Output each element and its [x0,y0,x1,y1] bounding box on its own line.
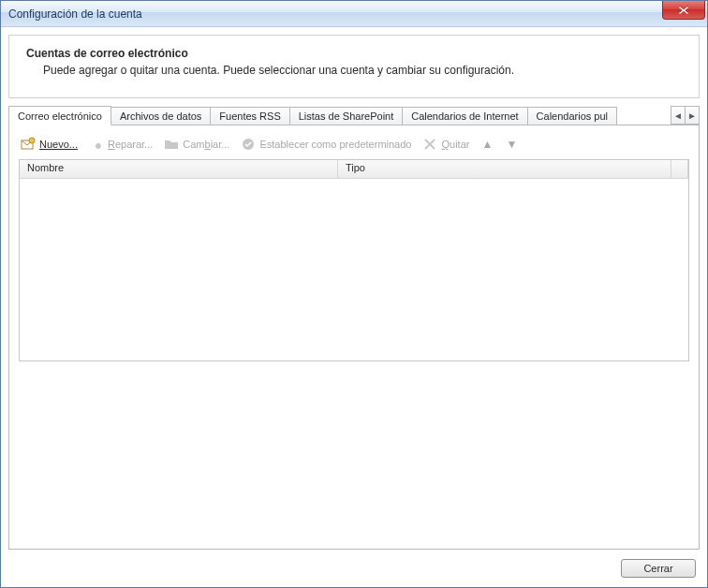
repair-button: Reparar... [89,137,153,152]
window-title: Configuración de la cuenta [8,7,142,21]
new-account-button[interactable]: Nuevo... [21,137,78,152]
tab-correo-electronico[interactable]: Correo electrónico [8,106,111,125]
tab-scroll-left-button[interactable]: ◄ [671,106,686,125]
list-body [20,179,688,360]
arrow-down-icon: ▼ [506,138,517,151]
list-header: Nombre Tipo [20,160,688,179]
tab-listas-sharepoint[interactable]: Listas de SharePoint [289,107,404,125]
move-down-button: ▼ [505,138,518,151]
tabs-row: Correo electrónico Archivos de datos Fue… [8,104,700,125]
header-panel: Cuentas de correo electrónico Puede agre… [8,35,700,98]
tab-calendarios-internet[interactable]: Calendarios de Internet [402,107,527,125]
change-button: Cambiar... [164,137,229,152]
content-area: Cuentas de correo electrónico Puede agre… [1,27,707,587]
change-label: Cambiar... [183,139,229,150]
wrench-icon [89,137,104,152]
svg-point-1 [29,138,35,143]
repair-label: Reparar... [108,139,153,150]
tab-archivos-de-datos[interactable]: Archivos de datos [111,107,211,125]
account-settings-dialog: Configuración de la cuenta Cuentas de co… [0,0,708,588]
window-close-button[interactable] [662,1,705,20]
folder-icon [164,137,179,152]
tab-scroll-controls: ◄ ► [671,106,700,125]
titlebar: Configuración de la cuenta [1,1,707,27]
set-default-button: Establecer como predeterminado [241,137,411,152]
column-header-name[interactable]: Nombre [20,160,338,178]
close-icon [678,6,689,15]
header-title: Cuentas de correo electrónico [26,47,682,60]
remove-label: Quitar [441,139,469,150]
accounts-list: Nombre Tipo [19,159,689,361]
chevron-right-icon: ► [687,110,697,121]
tab-fuentes-rss[interactable]: Fuentes RSS [210,107,289,125]
move-up-button: ▲ [480,138,494,151]
tab-panel: Nuevo... Reparar... Cambiar... [8,125,700,550]
tab-scroll-right-button[interactable]: ► [685,106,700,125]
column-header-type[interactable]: Tipo [338,160,671,178]
delete-x-icon [422,137,437,152]
new-mail-icon [21,137,36,152]
check-circle-icon [241,137,256,152]
arrow-up-icon: ▲ [481,138,493,151]
chevron-left-icon: ◄ [673,110,683,121]
new-account-label: Nuevo... [39,139,78,150]
footer: Cerrar [8,550,700,580]
tab-calendarios-publicados[interactable]: Calendarios pul [527,107,617,125]
set-default-label: Establecer como predeterminado [259,139,411,150]
close-button[interactable]: Cerrar [621,559,696,578]
toolbar: Nuevo... Reparar... Cambiar... [19,135,689,159]
remove-button: Quitar [422,137,469,152]
column-header-spacer [671,160,688,178]
header-description: Puede agregar o quitar una cuenta. Puede… [26,64,682,77]
